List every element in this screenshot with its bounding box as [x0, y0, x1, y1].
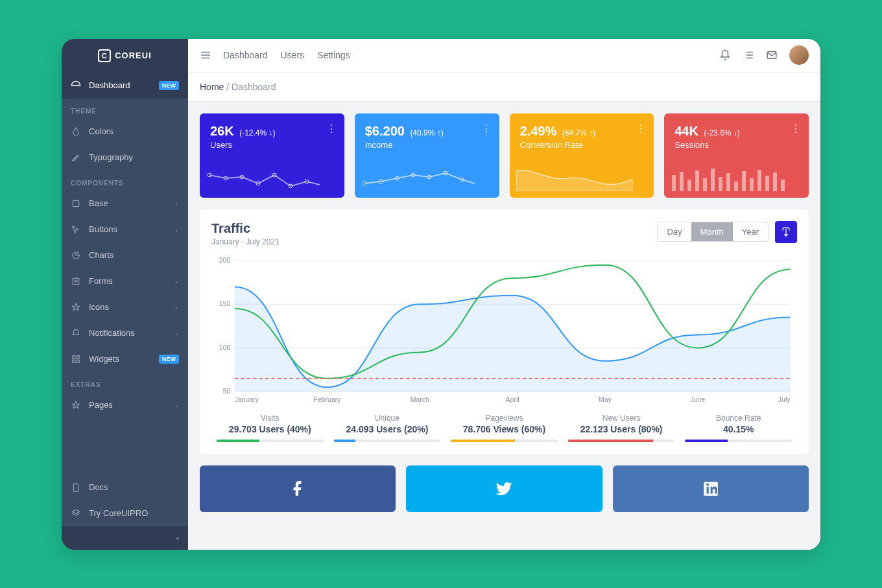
svg-rect-24 [687, 180, 691, 191]
svg-rect-32 [750, 178, 754, 191]
card-menu-icon[interactable]: ⋮ [481, 123, 492, 135]
sidebar-collapse-button[interactable]: ‹ [62, 526, 188, 550]
brand-text: COREUI [115, 51, 152, 60]
svg-rect-4 [77, 355, 79, 358]
stat-delta: (40.9% ↑) [410, 128, 443, 137]
sidebar-item-docs[interactable]: Docs [62, 475, 188, 500]
svg-text:200: 200 [219, 257, 231, 264]
bell-icon[interactable] [719, 49, 731, 61]
breadcrumb-current: Dashboard [232, 82, 276, 92]
svg-text:June: June [690, 396, 705, 403]
sidebar-item-typography[interactable]: Typography [62, 145, 188, 171]
svg-text:100: 100 [219, 344, 231, 351]
chevron-down-icon: ⌄ [174, 303, 179, 311]
sparkline-area [516, 165, 633, 191]
stat-delta: (-23.6% ↓) [704, 128, 739, 137]
new-badge: NEW [159, 81, 179, 90]
stat-card-users: ⋮ 26K (-12.4% ↓) Users [200, 113, 344, 198]
traffic-stat-value: 40.15% [685, 424, 792, 434]
sidebar-item-dashboard[interactable]: Dashboard NEW [62, 73, 188, 99]
sidebar-label: Pages [89, 400, 113, 410]
traffic-stat-label: New Users [568, 414, 675, 423]
sidebar-item-icons[interactable]: Icons ⌄ [62, 294, 188, 320]
period-year[interactable]: Year [733, 222, 768, 241]
nav-dashboard[interactable]: Dashboard [223, 50, 268, 60]
sidebar-label: Try CoreUIPRO [89, 508, 148, 518]
sidebar-label: Base [89, 198, 108, 208]
sparkline-bars [671, 165, 787, 191]
download-button[interactable] [775, 221, 797, 243]
layers-icon [71, 508, 81, 519]
traffic-subtitle: January - July 2021 [211, 237, 280, 246]
svg-text:May: May [599, 396, 612, 403]
stat-delta: (84.7% ↑) [562, 128, 595, 137]
card-menu-icon[interactable]: ⋮ [326, 123, 337, 135]
social-facebook[interactable] [200, 465, 396, 512]
sidebar-item-widgets[interactable]: Widgets NEW [62, 346, 188, 372]
svg-rect-23 [680, 172, 684, 191]
sidebar-item-colors[interactable]: Colors [62, 119, 188, 145]
sidebar-item-base[interactable]: Base ⌄ [62, 191, 188, 217]
form-icon [71, 276, 81, 287]
menu-toggle-button[interactable] [200, 49, 211, 61]
period-toggle: Day Month Year [657, 222, 769, 242]
chevron-down-icon: ⌄ [174, 226, 179, 233]
bell-icon [71, 328, 81, 338]
sidebar-item-buttons[interactable]: Buttons ⌄ [62, 217, 188, 242]
svg-rect-33 [757, 170, 761, 191]
stat-cards: ⋮ 26K (-12.4% ↓) Users ⋮ $6.200 (40.9% ↑… [200, 113, 809, 198]
traffic-chart: 50100150200JanuaryFebruaryMarchAprilMayJ… [211, 255, 797, 405]
avatar[interactable] [789, 45, 809, 65]
list-icon[interactable] [743, 49, 754, 61]
mail-icon[interactable] [766, 49, 778, 61]
svg-text:July: July [778, 396, 791, 403]
topbar-right [719, 45, 809, 65]
sidebar-label: Typography [89, 152, 133, 162]
progress-bar [334, 440, 441, 442]
sidebar-item-forms[interactable]: Forms ⌄ [62, 268, 188, 294]
sidebar-item-notifications[interactable]: Notifications ⌄ [62, 320, 188, 346]
sidebar-item-pages[interactable]: Pages ⌄ [62, 392, 188, 418]
svg-text:January: January [235, 396, 259, 403]
grid-icon [71, 354, 81, 364]
card-menu-icon[interactable]: ⋮ [636, 123, 646, 135]
stat-value: 2.49% [520, 124, 557, 139]
sparkline [206, 165, 323, 191]
card-menu-icon[interactable]: ⋮ [791, 123, 801, 135]
breadcrumb-sep: / [226, 82, 232, 92]
chevron-left-icon: ‹ [176, 533, 179, 543]
pencil-icon [71, 152, 81, 163]
progress-bar [568, 440, 675, 442]
puzzle-icon [71, 198, 81, 209]
progress-bar [217, 440, 324, 442]
sidebar-item-charts[interactable]: Charts [62, 242, 188, 268]
new-badge: NEW [159, 355, 179, 364]
app-window: C COREUI Dashboard NEW THEME Colors Typo… [62, 39, 820, 550]
traffic-stat: Visits 29.703 Users (40%) [211, 414, 329, 442]
top-nav: Dashboard Users Settings [223, 50, 350, 60]
stat-label: Income [365, 140, 489, 150]
svg-rect-22 [672, 175, 676, 191]
traffic-stat: Unique 24.093 Users (20%) [329, 414, 446, 442]
nav-settings[interactable]: Settings [317, 50, 350, 60]
sidebar-item-pro[interactable]: Try CoreUIPRO [62, 500, 188, 526]
breadcrumb: Home / Dashboard [188, 73, 820, 102]
nav-users[interactable]: Users [281, 50, 305, 60]
social-linkedin[interactable] [613, 465, 809, 512]
traffic-stat-label: Bounce Rate [685, 414, 792, 423]
breadcrumb-home[interactable]: Home [200, 82, 224, 92]
sidebar-bottom: Docs Try CoreUIPRO ‹ [62, 475, 188, 550]
stat-label: Sessions [674, 140, 798, 150]
main: Dashboard Users Settings Home / Dashboar… [188, 39, 820, 550]
traffic-stat: New Users 22.123 Users (80%) [563, 414, 680, 442]
period-day[interactable]: Day [658, 222, 691, 241]
drop-icon [71, 126, 81, 137]
social-twitter[interactable] [406, 465, 602, 512]
social-cards [200, 465, 809, 512]
star-icon [71, 302, 81, 312]
period-month[interactable]: Month [691, 222, 733, 241]
traffic-footer: Visits 29.703 Users (40%) Unique 24.093 … [211, 414, 797, 442]
traffic-stat-label: Unique [334, 414, 441, 423]
svg-text:April: April [506, 396, 519, 403]
traffic-controls: Day Month Year [657, 221, 797, 243]
